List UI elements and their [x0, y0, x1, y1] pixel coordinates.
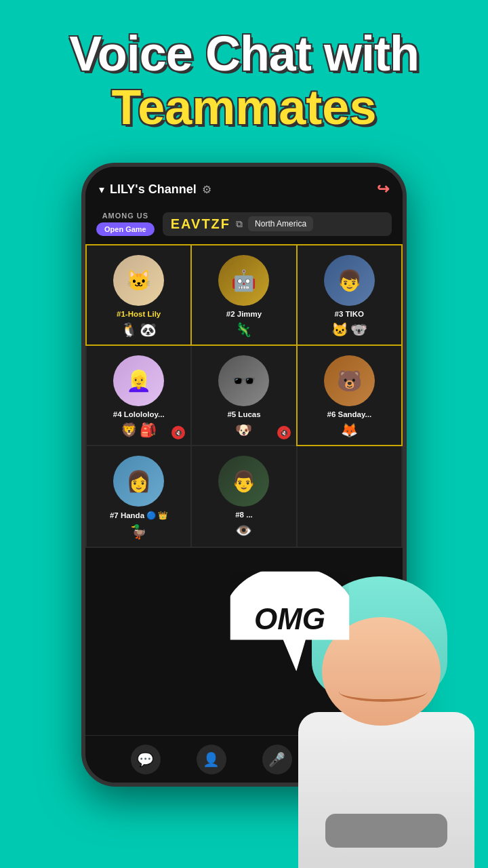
- mic-off-4: 🔇: [171, 426, 185, 439]
- player-cell-5[interactable]: 🕶️ 🔇 #5 Lucas 🐶: [192, 346, 296, 445]
- player-name-1: #1-Host Lily: [117, 310, 161, 318]
- stickers-5: 🐶: [235, 422, 252, 438]
- header-line2: Teammates: [14, 81, 474, 134]
- stickers-6: 🦊: [341, 422, 358, 438]
- player-name-5: #5 Lucas: [227, 410, 260, 418]
- avatar-8: 👨: [218, 456, 269, 507]
- player-name-7: #7 Handa 🔵 👑: [110, 511, 168, 520]
- stickers-7: 🦆: [130, 524, 147, 540]
- mic-nav-icon[interactable]: 🎤: [262, 745, 292, 774]
- header-section: Voice Chat with Teammates: [0, 0, 488, 148]
- player-cell-6[interactable]: 🐻 #6 Sanday... 🦊: [298, 346, 401, 445]
- avatar-tiko: 👦: [324, 255, 375, 306]
- game-info-row: AMONG US Open Game EAVTZF ⧉ North Americ…: [85, 206, 403, 244]
- open-game-button[interactable]: Open Game: [96, 222, 155, 236]
- game-name-label: AMONG US: [102, 212, 149, 220]
- add-friend-nav-icon[interactable]: 👤: [197, 745, 226, 774]
- player-cell-4[interactable]: 👱‍♀️ 🔇 #4 Lolololoy... 🦁🎒: [87, 346, 190, 445]
- game-code: EAVTZF: [171, 216, 230, 232]
- player-name-2: #2 Jimmy: [226, 310, 262, 318]
- copy-icon[interactable]: ⧉: [236, 218, 243, 230]
- chat-nav-icon[interactable]: 💬: [131, 745, 161, 774]
- avatar-lolo: 👱‍♀️: [113, 355, 164, 406]
- channel-name: LILY's Channel: [110, 182, 197, 197]
- players-grid: 🐱 #1-Host Lily 🐧🐼 🤖 #2 Jimmy 🦎 👦 #3 TIKO…: [85, 244, 403, 548]
- stickers-4: 🦁🎒: [121, 422, 157, 438]
- player-cell-1[interactable]: 🐱 #1-Host Lily 🐧🐼: [87, 245, 190, 344]
- avatar-lily: 🐱: [113, 255, 164, 306]
- player-name-6: #6 Sanday...: [327, 410, 372, 418]
- omg-text: OMG: [254, 602, 325, 636]
- player-cell-7[interactable]: 👩 #7 Handa 🔵 👑 🦆: [87, 446, 190, 547]
- stickers-8: 👁️: [235, 522, 252, 538]
- region-badge: North America: [248, 216, 313, 231]
- chevron-down-icon[interactable]: ▾: [99, 183, 104, 196]
- settings-icon[interactable]: ⚙: [202, 183, 211, 196]
- channel-header: ▾ LILY's Channel ⚙ ↪: [85, 167, 403, 206]
- stickers-3: 🐱🐨: [331, 321, 367, 338]
- avatar-jimmy: 🤖: [218, 255, 269, 306]
- avatar-lucas: 🕶️: [218, 355, 269, 406]
- game-logo-section: AMONG US Open Game: [96, 212, 155, 236]
- header-line1: Voice Chat with: [14, 27, 474, 81]
- player-cell-8[interactable]: 👨 #8 ... 👁️: [192, 446, 296, 547]
- player-name-4: #4 Lolololoy...: [113, 410, 165, 418]
- avatar-sanday: 🐻: [324, 355, 375, 406]
- stickers-1: 🐧🐼: [121, 321, 157, 338]
- stickers-2: 🦎: [235, 321, 252, 338]
- game-code-section: EAVTZF ⧉ North America: [163, 212, 392, 236]
- player-name-3: #3 TIKO: [335, 310, 364, 318]
- player-name-8: #8 ...: [235, 511, 253, 519]
- player-cell-3[interactable]: 👦 #3 TIKO 🐱🐨: [298, 245, 401, 344]
- logout-icon[interactable]: ↪: [377, 180, 389, 198]
- mic-off-5: 🔇: [277, 426, 291, 439]
- avatar-handa: 👩: [113, 456, 164, 507]
- channel-left: ▾ LILY's Channel ⚙: [99, 182, 211, 197]
- player-cell-9: [298, 446, 401, 547]
- player-cell-2[interactable]: 🤖 #2 Jimmy 🦎: [192, 245, 296, 344]
